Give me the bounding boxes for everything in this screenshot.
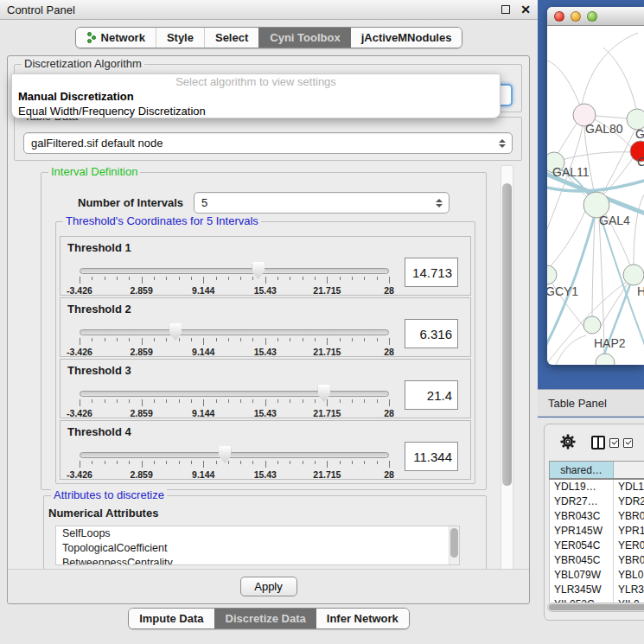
table-cell[interactable]: YLR3 bbox=[614, 583, 644, 597]
attributes-list-scrollbar[interactable] bbox=[449, 526, 459, 564]
gray-edge[interactable] bbox=[599, 218, 604, 354]
slider-track[interactable] bbox=[80, 391, 389, 397]
table-cell[interactable]: YBR0 bbox=[614, 509, 644, 524]
network-icon bbox=[86, 32, 97, 43]
threshold-value-field[interactable]: 11.344 bbox=[405, 442, 458, 471]
gray-edge[interactable] bbox=[556, 335, 586, 365]
table-cell[interactable]: YDL19… bbox=[550, 480, 614, 494]
tick-label: 2.859 bbox=[130, 469, 152, 480]
table-cell[interactable]: YDR2 bbox=[614, 494, 644, 509]
tick-label: -3.426 bbox=[67, 347, 92, 357]
gray-edge[interactable] bbox=[599, 158, 633, 199]
table-cell[interactable]: YER0 bbox=[614, 539, 644, 553]
threshold-value-field[interactable]: 6.316 bbox=[405, 319, 458, 348]
table-row[interactable]: YER054CYER0 bbox=[550, 539, 644, 553]
node-label: GAL80 bbox=[585, 122, 623, 136]
threshold-panel: Threshold 2-3.4262.8599.14415.4321.71528… bbox=[60, 297, 471, 357]
teal-edge[interactable] bbox=[601, 284, 630, 365]
table-row[interactable]: YLR345WYLR3 bbox=[550, 583, 644, 597]
tab-discretize-data[interactable]: Discretize Data bbox=[214, 609, 316, 628]
column-header-shared-name[interactable]: shared… bbox=[550, 462, 614, 478]
tab-network[interactable]: Network bbox=[76, 28, 156, 48]
algorithm-dropdown-popup: Select algorithm to view settings Manual… bbox=[11, 73, 501, 118]
settings-scrollbar-thumb[interactable] bbox=[502, 183, 512, 486]
threshold-panel: Threshold 4-3.4262.8599.14415.4321.71528… bbox=[60, 420, 471, 480]
dropdown-option[interactable]: Manual Discretization bbox=[12, 89, 500, 104]
network-canvas[interactable]: GAL80GACGAL11GAL4GCY1HHAP2 bbox=[547, 26, 644, 365]
slider-track[interactable] bbox=[80, 452, 389, 458]
bottom-node[interactable] bbox=[596, 354, 615, 365]
attributes-scrollbar-thumb[interactable] bbox=[450, 528, 458, 558]
split-columns-icon[interactable] bbox=[591, 436, 605, 450]
table-cell[interactable]: YBL079W bbox=[550, 568, 614, 583]
gray-edge[interactable] bbox=[547, 61, 580, 105]
table-hscroll-thumb[interactable] bbox=[549, 604, 644, 610]
combo-arrows-icon bbox=[499, 139, 506, 148]
tick-label: 2.859 bbox=[130, 285, 152, 296]
zoom-light-icon[interactable] bbox=[587, 11, 597, 22]
attribute-list-item[interactable]: BetweennessCentrality bbox=[56, 556, 459, 565]
table-cell[interactable]: YBR043C bbox=[550, 509, 614, 524]
checkbox-icon[interactable] bbox=[609, 438, 619, 448]
gray-edge[interactable] bbox=[634, 194, 644, 265]
table-panel-body: shared… na YDL19…YDL1YDR27…YDR2YBR043CYB… bbox=[544, 424, 644, 621]
gray-edge[interactable] bbox=[582, 33, 638, 105]
table-row[interactable]: YBL079WYBL0 bbox=[550, 568, 644, 583]
table-cell[interactable]: YBR045C bbox=[550, 553, 614, 568]
tab-cyni-toolbox[interactable]: Cyni Toolbox bbox=[258, 28, 350, 48]
number-of-intervals-combobox[interactable]: 5 bbox=[194, 192, 450, 214]
table-cell[interactable]: YPR1 bbox=[614, 524, 644, 539]
table-row[interactable]: YDL19…YDL1 bbox=[550, 480, 644, 494]
tab-style[interactable]: Style bbox=[156, 28, 204, 48]
tab-infer-network[interactable]: Infer Network bbox=[316, 609, 409, 628]
table-row[interactable]: YBR043CYBR0 bbox=[550, 509, 644, 524]
table-row[interactable]: YBR045CYBR0 bbox=[550, 553, 644, 568]
gray-edge[interactable] bbox=[558, 121, 578, 154]
table-row[interactable]: YPR145WYPR1 bbox=[550, 524, 644, 539]
gray-edge[interactable] bbox=[603, 48, 636, 109]
table-row[interactable]: YDR27…YDR2 bbox=[550, 494, 644, 509]
table-cell[interactable]: YBL0 bbox=[614, 568, 644, 583]
apply-button[interactable]: Apply bbox=[240, 577, 297, 596]
tick-label: 28 bbox=[384, 469, 394, 480]
table-cell[interactable]: YDR27… bbox=[550, 494, 614, 509]
slider-track[interactable] bbox=[80, 329, 389, 335]
checkbox-icon[interactable] bbox=[623, 438, 633, 448]
threshold-value-field[interactable]: 21.4 bbox=[405, 380, 458, 410]
column-header-name[interactable]: na bbox=[614, 462, 644, 478]
network-window-titlebar bbox=[547, 7, 644, 26]
tab-select[interactable]: Select bbox=[204, 28, 258, 48]
desktop-right-region: GAL80GACGAL11GAL4GCY1HHAP2 Table Panel bbox=[538, 0, 644, 644]
table-cell[interactable]: YDL1 bbox=[614, 480, 644, 494]
table-cell[interactable]: YER054C bbox=[550, 539, 614, 553]
slider-track[interactable] bbox=[80, 268, 389, 274]
tick-label: 21.715 bbox=[313, 408, 341, 418]
attribute-list-item[interactable]: TopologicalCoefficient bbox=[56, 541, 459, 556]
table-cell[interactable]: YBR0 bbox=[614, 553, 644, 568]
table-toolbar bbox=[545, 431, 644, 454]
gear-icon[interactable] bbox=[560, 434, 576, 452]
settings-scrollbar[interactable] bbox=[501, 165, 513, 570]
float-panel-icon[interactable] bbox=[501, 5, 510, 14]
tab-jactivemnodules[interactable]: jActiveMNodules bbox=[351, 28, 462, 48]
H-node[interactable] bbox=[623, 265, 644, 285]
close-light-icon[interactable] bbox=[554, 11, 564, 22]
node-label: C bbox=[637, 155, 644, 169]
threshold-value-field[interactable]: 14.713 bbox=[405, 258, 458, 287]
table-data-combobox[interactable]: galFiltered.sif default node bbox=[23, 132, 513, 154]
table-horizontal-scrollbar[interactable] bbox=[547, 603, 644, 612]
minimize-light-icon[interactable] bbox=[571, 11, 581, 22]
tab-impute-data[interactable]: Impute Data bbox=[129, 609, 214, 628]
table-cell[interactable]: YPR145W bbox=[550, 524, 614, 539]
gray-edge[interactable] bbox=[596, 116, 627, 118]
attribute-list-item[interactable]: SelfLoops bbox=[56, 526, 459, 541]
GCY1-node[interactable] bbox=[547, 265, 557, 284]
HAP2-node[interactable] bbox=[583, 316, 601, 334]
table-cell[interactable]: YLR345W bbox=[550, 583, 614, 597]
close-panel-icon[interactable]: ✕ bbox=[520, 5, 531, 14]
control-panel: Control Panel ✕ NetworkStyleSelectCyni T… bbox=[0, 0, 538, 644]
tick-label: 21.715 bbox=[313, 347, 341, 357]
dropdown-option[interactable]: Equal Width/Frequency Discretization bbox=[12, 104, 500, 118]
threshold-label: Threshold 3 bbox=[67, 364, 131, 377]
attributes-group-title: Attributes to discretize bbox=[51, 488, 167, 501]
